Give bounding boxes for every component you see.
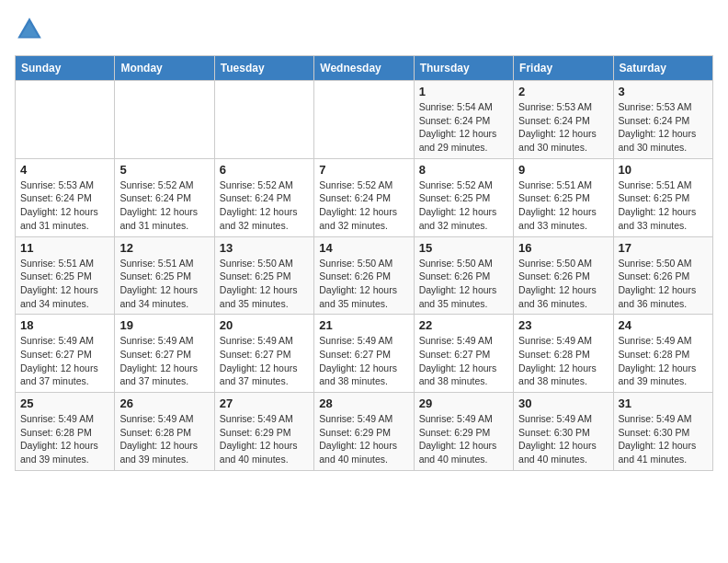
page-header [15, 15, 713, 44]
day-cell: 12Sunrise: 5:51 AM Sunset: 6:25 PM Dayli… [115, 236, 214, 315]
day-cell: 29Sunrise: 5:49 AM Sunset: 6:29 PM Dayli… [414, 393, 513, 471]
day-number: 17 [619, 241, 708, 255]
day-number: 29 [419, 396, 508, 410]
day-info: Sunrise: 5:52 AM Sunset: 6:24 PM Dayligh… [220, 178, 309, 233]
day-cell [16, 81, 115, 159]
day-info: Sunrise: 5:49 AM Sunset: 6:30 PM Dayligh… [518, 412, 608, 466]
week-row-3: 11Sunrise: 5:51 AM Sunset: 6:25 PM Dayli… [16, 236, 713, 315]
day-number: 6 [220, 163, 309, 177]
day-number: 19 [119, 318, 209, 332]
day-number: 28 [319, 396, 408, 410]
day-number: 20 [220, 318, 309, 332]
day-number: 13 [220, 241, 309, 255]
day-cell: 30Sunrise: 5:49 AM Sunset: 6:30 PM Dayli… [514, 393, 613, 471]
day-cell: 27Sunrise: 5:49 AM Sunset: 6:29 PM Dayli… [214, 393, 313, 471]
day-number: 16 [518, 241, 608, 255]
day-info: Sunrise: 5:50 AM Sunset: 6:26 PM Dayligh… [518, 257, 608, 311]
day-cell: 6Sunrise: 5:52 AM Sunset: 6:24 PM Daylig… [214, 158, 313, 236]
day-cell: 1Sunrise: 5:54 AM Sunset: 6:24 PM Daylig… [414, 81, 513, 159]
day-info: Sunrise: 5:49 AM Sunset: 6:27 PM Dayligh… [419, 334, 508, 388]
day-cell [115, 81, 214, 159]
day-number: 7 [319, 163, 408, 177]
day-number: 26 [119, 396, 209, 410]
day-cell [214, 81, 313, 159]
day-number: 8 [419, 163, 508, 177]
day-info: Sunrise: 5:49 AM Sunset: 6:29 PM Dayligh… [220, 412, 309, 466]
day-cell: 21Sunrise: 5:49 AM Sunset: 6:27 PM Dayli… [314, 315, 414, 393]
day-number: 14 [319, 241, 408, 255]
day-number: 18 [20, 318, 109, 332]
day-info: Sunrise: 5:49 AM Sunset: 6:29 PM Dayligh… [319, 412, 408, 466]
day-number: 10 [619, 163, 708, 177]
day-info: Sunrise: 5:49 AM Sunset: 6:27 PM Dayligh… [20, 334, 109, 388]
day-number: 24 [619, 318, 708, 332]
day-info: Sunrise: 5:51 AM Sunset: 6:25 PM Dayligh… [518, 178, 608, 233]
day-cell: 8Sunrise: 5:52 AM Sunset: 6:25 PM Daylig… [414, 158, 513, 236]
day-cell: 25Sunrise: 5:49 AM Sunset: 6:28 PM Dayli… [16, 393, 115, 471]
day-cell: 24Sunrise: 5:49 AM Sunset: 6:28 PM Dayli… [613, 315, 712, 393]
day-info: Sunrise: 5:51 AM Sunset: 6:25 PM Dayligh… [119, 257, 209, 311]
day-number: 3 [619, 85, 708, 98]
day-cell: 20Sunrise: 5:49 AM Sunset: 6:27 PM Dayli… [214, 315, 313, 393]
day-info: Sunrise: 5:54 AM Sunset: 6:24 PM Dayligh… [419, 100, 508, 155]
day-cell: 9Sunrise: 5:51 AM Sunset: 6:25 PM Daylig… [514, 158, 613, 236]
day-info: Sunrise: 5:53 AM Sunset: 6:24 PM Dayligh… [20, 178, 109, 233]
day-info: Sunrise: 5:50 AM Sunset: 6:26 PM Dayligh… [419, 257, 508, 311]
logo-icon [15, 15, 44, 44]
day-number: 9 [518, 163, 608, 177]
day-cell: 16Sunrise: 5:50 AM Sunset: 6:26 PM Dayli… [514, 236, 613, 315]
day-info: Sunrise: 5:49 AM Sunset: 6:30 PM Dayligh… [619, 412, 708, 466]
day-cell: 15Sunrise: 5:50 AM Sunset: 6:26 PM Dayli… [414, 236, 513, 315]
day-info: Sunrise: 5:49 AM Sunset: 6:28 PM Dayligh… [20, 412, 109, 466]
day-info: Sunrise: 5:50 AM Sunset: 6:25 PM Dayligh… [220, 257, 309, 311]
day-info: Sunrise: 5:52 AM Sunset: 6:25 PM Dayligh… [419, 178, 508, 233]
day-cell: 5Sunrise: 5:52 AM Sunset: 6:24 PM Daylig… [115, 158, 214, 236]
day-number: 25 [20, 396, 109, 410]
day-number: 22 [419, 318, 508, 332]
week-row-1: 1Sunrise: 5:54 AM Sunset: 6:24 PM Daylig… [16, 81, 713, 159]
day-number: 12 [119, 241, 209, 255]
header-sunday: Sunday [16, 56, 115, 81]
header-tuesday: Tuesday [214, 56, 313, 81]
day-info: Sunrise: 5:49 AM Sunset: 6:27 PM Dayligh… [220, 334, 309, 388]
day-info: Sunrise: 5:53 AM Sunset: 6:24 PM Dayligh… [518, 100, 608, 155]
day-cell [314, 81, 414, 159]
logo [15, 15, 48, 44]
day-cell: 26Sunrise: 5:49 AM Sunset: 6:28 PM Dayli… [115, 393, 214, 471]
day-number: 1 [419, 85, 508, 98]
day-number: 21 [319, 318, 408, 332]
day-cell: 19Sunrise: 5:49 AM Sunset: 6:27 PM Dayli… [115, 315, 214, 393]
day-cell: 11Sunrise: 5:51 AM Sunset: 6:25 PM Dayli… [16, 236, 115, 315]
day-info: Sunrise: 5:53 AM Sunset: 6:24 PM Dayligh… [619, 100, 708, 155]
day-info: Sunrise: 5:49 AM Sunset: 6:27 PM Dayligh… [119, 334, 209, 388]
day-number: 31 [619, 396, 708, 410]
day-info: Sunrise: 5:52 AM Sunset: 6:24 PM Dayligh… [119, 178, 209, 233]
day-info: Sunrise: 5:49 AM Sunset: 6:27 PM Dayligh… [319, 334, 408, 388]
day-cell: 28Sunrise: 5:49 AM Sunset: 6:29 PM Dayli… [314, 393, 414, 471]
day-number: 2 [518, 85, 608, 98]
week-row-2: 4Sunrise: 5:53 AM Sunset: 6:24 PM Daylig… [16, 158, 713, 236]
day-info: Sunrise: 5:50 AM Sunset: 6:26 PM Dayligh… [619, 257, 708, 311]
day-number: 5 [119, 163, 209, 177]
calendar-header-row: SundayMondayTuesdayWednesdayThursdayFrid… [16, 56, 713, 81]
day-cell: 2Sunrise: 5:53 AM Sunset: 6:24 PM Daylig… [514, 81, 613, 159]
day-info: Sunrise: 5:49 AM Sunset: 6:28 PM Dayligh… [518, 334, 608, 388]
day-cell: 7Sunrise: 5:52 AM Sunset: 6:24 PM Daylig… [314, 158, 414, 236]
day-cell: 10Sunrise: 5:51 AM Sunset: 6:25 PM Dayli… [613, 158, 712, 236]
header-thursday: Thursday [414, 56, 513, 81]
week-row-5: 25Sunrise: 5:49 AM Sunset: 6:28 PM Dayli… [16, 393, 713, 471]
day-cell: 31Sunrise: 5:49 AM Sunset: 6:30 PM Dayli… [613, 393, 712, 471]
header-wednesday: Wednesday [314, 56, 414, 81]
day-info: Sunrise: 5:50 AM Sunset: 6:26 PM Dayligh… [319, 257, 408, 311]
day-info: Sunrise: 5:52 AM Sunset: 6:24 PM Dayligh… [319, 178, 408, 233]
day-number: 27 [220, 396, 309, 410]
day-number: 4 [20, 163, 109, 177]
day-cell: 22Sunrise: 5:49 AM Sunset: 6:27 PM Dayli… [414, 315, 513, 393]
day-number: 11 [20, 241, 109, 255]
calendar-table: SundayMondayTuesdayWednesdayThursdayFrid… [15, 55, 713, 471]
header-friday: Friday [514, 56, 613, 81]
day-info: Sunrise: 5:51 AM Sunset: 6:25 PM Dayligh… [619, 178, 708, 233]
day-info: Sunrise: 5:51 AM Sunset: 6:25 PM Dayligh… [20, 257, 109, 311]
day-cell: 13Sunrise: 5:50 AM Sunset: 6:25 PM Dayli… [214, 236, 313, 315]
header-saturday: Saturday [613, 56, 712, 81]
